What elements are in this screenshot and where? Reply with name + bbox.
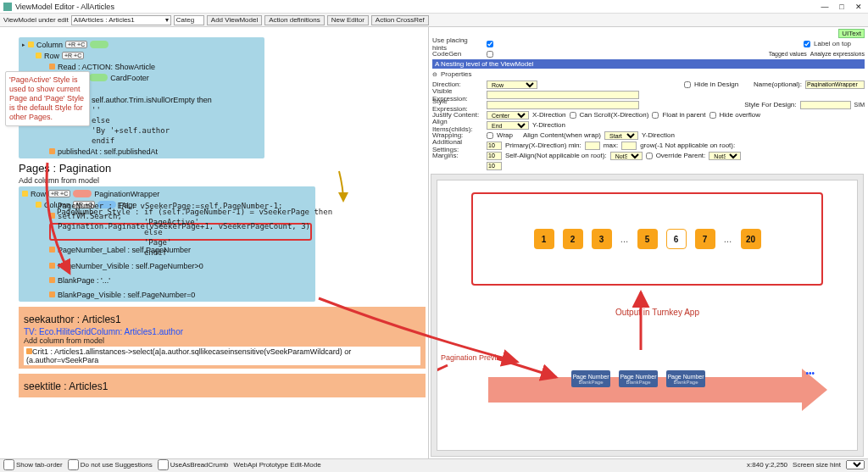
row-label[interactable]: Row xyxy=(44,52,59,60)
viewmodel-combo[interactable]: AllArticles : Articles1▾ xyxy=(71,15,171,25)
label-top-checkbox[interactable] xyxy=(804,41,810,47)
hide-design-checkbox[interactable] xyxy=(684,81,691,88)
add-column-button-1[interactable]: Add column from model xyxy=(19,176,99,185)
margin-input-2[interactable] xyxy=(487,162,502,170)
green-pill-icon xyxy=(90,41,108,48)
maximize-button[interactable]: □ xyxy=(836,3,848,11)
add-column-button-2[interactable]: Add column from model xyxy=(24,336,104,345)
sim-button[interactable]: SIM xyxy=(854,102,865,108)
window-title: ViewModel Editor - AllArticles xyxy=(15,3,819,11)
tree-panel: 'PageActive' Style is used to show curre… xyxy=(0,27,429,458)
max-input[interactable] xyxy=(585,142,600,150)
pill-icon xyxy=(89,74,108,81)
visible-expr-input[interactable] xyxy=(487,91,639,99)
grow-input[interactable] xyxy=(621,142,637,150)
justify-select[interactable]: Center xyxy=(487,111,529,119)
direction-select[interactable]: Row xyxy=(487,81,537,89)
style-highlight-box: PageNumber_Style : if (self.PageNumber-1… xyxy=(49,223,312,241)
tv-link[interactable]: TV: Eco.HiliteGridColumn: Articles1.auth… xyxy=(24,327,420,336)
row-icon xyxy=(36,53,42,58)
codegen-checkbox[interactable] xyxy=(487,51,493,58)
published-icon xyxy=(49,148,55,154)
page-btn-1[interactable]: 1 xyxy=(534,229,554,249)
margin-input[interactable] xyxy=(487,152,502,160)
cardfooter-label[interactable]: CardFooter xyxy=(110,74,149,82)
uitext-badge[interactable]: UIText xyxy=(838,29,865,38)
read-action[interactable]: Read : ACTION: ShowArticle xyxy=(58,63,155,71)
column-label[interactable]: Column xyxy=(36,41,63,49)
nesting-header: A Nesting level of the ViewModel xyxy=(432,59,865,69)
float-checkbox[interactable] xyxy=(652,112,659,119)
override-select[interactable]: NotSet xyxy=(709,152,741,160)
preview-pagenumber-3[interactable]: Page NumberBlankPage xyxy=(666,370,705,387)
output-label: Output in Turnkey App xyxy=(615,308,699,317)
under-edit-label: ViewModel under edit xyxy=(3,16,69,24)
action-definitions-button[interactable]: Action definitions xyxy=(264,15,324,25)
page-btn-5[interactable]: 5 xyxy=(637,229,658,249)
crit1-expr[interactable]: Crit1 : Articles1.allinstances->select(a… xyxy=(26,347,351,364)
edit-mode-button[interactable]: WebApi Prototype Edit-Mode xyxy=(234,461,321,469)
pagination-output: 1 2 3 … 5 6 7 … 20 xyxy=(471,192,823,286)
can-scroll-checkbox[interactable] xyxy=(570,112,576,119)
pages-heading[interactable]: Pages : Pagination xyxy=(19,162,428,175)
close-button[interactable]: ✕ xyxy=(853,3,865,11)
author-body: '' else 'By '+self.author endif xyxy=(92,105,261,146)
page-btn-2[interactable]: 2 xyxy=(563,229,583,249)
blankpage-visible[interactable]: BlankPage_Visible : self.PageNumber=0 xyxy=(58,291,195,299)
preview-area: 1 2 3 … 5 6 7 … 20 Output in Turnkey App… xyxy=(431,174,864,457)
toolbar: ViewModel under edit AllArticles : Artic… xyxy=(0,14,868,27)
app-icon xyxy=(3,3,12,11)
suggestions-checkbox[interactable] xyxy=(68,459,79,470)
action-icon xyxy=(49,64,55,69)
wrapper-pill xyxy=(73,190,92,197)
right-panel: UIText Use placing hintsLabel on top Cod… xyxy=(429,27,868,458)
seekauthor-block[interactable]: seekauthor : Articles1 TV: Eco.HiliteGri… xyxy=(19,307,426,369)
hide-overflow-checkbox[interactable] xyxy=(709,112,716,119)
seektitle-heading: seektitle : Articles1 xyxy=(24,380,420,392)
expand-icon[interactable]: ▸ xyxy=(22,42,25,48)
categ-combo[interactable]: Categ xyxy=(174,15,204,25)
style-design-input[interactable] xyxy=(800,101,851,109)
pagenumber-label-expr[interactable]: PageNumber_Label : self.PageNumber xyxy=(58,246,191,254)
titlebar: ViewModel Editor - AllArticles — □ ✕ xyxy=(0,0,868,14)
seekauthor-heading: seekauthor : Articles1 xyxy=(24,314,420,325)
action-crossref-button[interactable]: Action CrossRef xyxy=(371,15,429,25)
new-editor-button[interactable]: New Editor xyxy=(327,15,369,25)
pagination-wrapper[interactable]: PaginationWrapper xyxy=(94,190,159,198)
align-items-select[interactable]: End xyxy=(487,121,529,130)
minimize-button[interactable]: — xyxy=(819,3,831,11)
page-btn-20[interactable]: 20 xyxy=(741,229,761,249)
status-bar: Show tab-order Do not use Suggestions Us… xyxy=(0,458,868,470)
preview-label: Pagination Preview xyxy=(441,353,506,362)
self-align-select[interactable]: NotSet xyxy=(610,152,643,160)
wrap-checkbox[interactable] xyxy=(487,132,493,139)
blankpage-expr[interactable]: BlankPage : '...' xyxy=(58,276,110,285)
align-content-select[interactable]: Start xyxy=(604,131,638,140)
tagged-values-tab[interactable]: Tagged values xyxy=(769,51,807,57)
name-input[interactable] xyxy=(805,81,865,89)
preview-pagenumber-1[interactable]: Page NumberBlankPage xyxy=(571,370,610,387)
primary-min-input[interactable] xyxy=(487,142,502,150)
breadcrumb-checkbox[interactable] xyxy=(158,459,169,470)
tooltip-callout: 'PageActive' Style is used to show curre… xyxy=(5,71,90,126)
seektitle-block[interactable]: seektitle : Articles1 xyxy=(19,374,426,397)
page-btn-7[interactable]: 7 xyxy=(695,229,715,249)
ellipsis-icon: … xyxy=(620,235,629,244)
use-hints-checkbox[interactable] xyxy=(487,41,493,47)
screen-size-select[interactable] xyxy=(846,460,865,469)
page-btn-6-active[interactable]: 6 xyxy=(666,229,687,249)
preview-pagenumber-2[interactable]: Page NumberBlankPage xyxy=(619,370,658,387)
page-btn-3[interactable]: 3 xyxy=(592,229,612,249)
style-expr-input[interactable] xyxy=(487,101,639,109)
publishedat[interactable]: publishedAt : self.publishedAt xyxy=(58,147,158,156)
add-viewmodel-button[interactable]: Add ViewModel xyxy=(207,15,262,25)
screen-size-label: Screen size hint xyxy=(793,461,841,469)
rc-badge[interactable]: +R +C xyxy=(65,41,87,48)
tab-order-checkbox[interactable] xyxy=(3,459,14,470)
more-icon[interactable]: ••• xyxy=(805,369,815,378)
override-checkbox[interactable] xyxy=(646,153,653,159)
analyze-tab[interactable]: Analyze expressions xyxy=(810,51,865,57)
pagenumber-visible[interactable]: PageNumber_Visible : self.PageNumber>0 xyxy=(58,262,203,270)
column-icon xyxy=(28,42,34,47)
ellipsis-icon: … xyxy=(724,235,732,244)
